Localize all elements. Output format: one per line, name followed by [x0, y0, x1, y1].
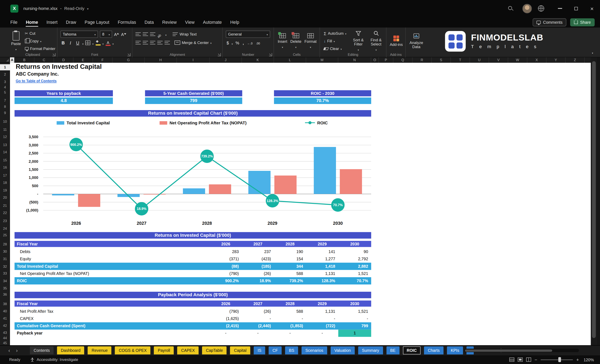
- globe-icon[interactable]: [538, 5, 544, 12]
- font-size-select[interactable]: 8: [100, 31, 112, 38]
- orientation-button[interactable]: [157, 32, 164, 36]
- shrink-font-button[interactable]: [121, 32, 126, 36]
- row-header-24[interactable]: 24: [0, 226, 10, 232]
- cut-button[interactable]: Cut: [24, 30, 56, 37]
- sheet-tab-charts[interactable]: Charts: [424, 346, 443, 354]
- column-header-k[interactable]: K: [242, 57, 274, 63]
- format-cells-button[interactable]: Format: [305, 30, 317, 52]
- sort-filter-button[interactable]: Sort & Filter: [350, 30, 366, 52]
- sheet-tab-capital[interactable]: Capital: [230, 346, 250, 354]
- align-right-button[interactable]: [150, 40, 156, 45]
- sheet-tab-cf[interactable]: CF: [269, 346, 281, 354]
- column-header-s[interactable]: S: [432, 57, 451, 63]
- row-header-2[interactable]: 2: [0, 72, 10, 78]
- row-header-28[interactable]: 28: [0, 241, 10, 247]
- column-header-v[interactable]: V: [489, 57, 508, 63]
- column-header-z[interactable]: Z: [565, 57, 585, 63]
- align-top-button[interactable]: [135, 32, 141, 36]
- row-header-12[interactable]: 12: [0, 134, 10, 140]
- row-header-7[interactable]: 7: [0, 98, 10, 104]
- sheet-tab-cogs-opex[interactable]: COGS & OPEX: [115, 346, 150, 354]
- ribbon-tab-home[interactable]: Home: [22, 17, 42, 27]
- row-header-36[interactable]: 36: [0, 291, 10, 298]
- avatar[interactable]: [522, 4, 532, 13]
- comments-button[interactable]: Comments: [533, 18, 566, 26]
- align-left-button[interactable]: [135, 40, 141, 45]
- row-header-34[interactable]: 34: [0, 278, 10, 284]
- column-header-p[interactable]: P: [379, 57, 393, 63]
- format-painter-button[interactable]: Format Painter: [24, 45, 56, 52]
- bold-button[interactable]: [60, 40, 66, 45]
- row-header-16[interactable]: 16: [0, 164, 10, 171]
- sheet-tab-is[interactable]: IS: [254, 346, 265, 354]
- clear-button[interactable]: Clear: [323, 45, 349, 52]
- horizontal-scrollbar[interactable]: [464, 349, 579, 352]
- column-header-y[interactable]: Y: [546, 57, 566, 63]
- sheet-tab-captable[interactable]: CapTable: [202, 346, 227, 354]
- row-header-15[interactable]: 15: [0, 157, 10, 164]
- align-middle-button[interactable]: [143, 32, 148, 36]
- merge-center-button[interactable]: Merge & Center: [173, 39, 213, 46]
- number-format-select[interactable]: General: [226, 31, 270, 38]
- delete-cells-button[interactable]: Delete: [290, 30, 301, 52]
- align-bottom-button[interactable]: [150, 32, 156, 36]
- view-normal-button[interactable]: [509, 357, 514, 362]
- column-header-r[interactable]: R: [412, 57, 432, 63]
- document-title[interactable]: nursing-home.xlsx - Read-Only: [23, 6, 89, 11]
- fill-color-button[interactable]: [95, 40, 101, 45]
- sheet-tab-summary[interactable]: Summary: [358, 346, 383, 354]
- column-header-c[interactable]: C: [35, 57, 54, 63]
- row-header-5[interactable]: 5: [0, 90, 10, 96]
- row-header-42[interactable]: 42: [0, 323, 10, 329]
- view-page-layout-button[interactable]: [518, 357, 523, 362]
- ribbon-tab-formulas[interactable]: Formulas: [113, 17, 140, 27]
- title-chevron-down-icon[interactable]: [87, 6, 88, 11]
- accounting-format-button[interactable]: [226, 40, 230, 45]
- zoom-slider-thumb[interactable]: [558, 357, 561, 362]
- ribbon-tab-insert[interactable]: Insert: [42, 17, 62, 27]
- column-header-o[interactable]: O: [371, 57, 379, 63]
- font-color-button[interactable]: [105, 40, 110, 45]
- view-page-break-button[interactable]: [526, 357, 531, 362]
- clipboard-dialog-launcher[interactable]: [53, 53, 56, 56]
- row-header-41[interactable]: 41: [0, 315, 10, 322]
- sheet-tab-payroll[interactable]: Payroll: [154, 346, 174, 354]
- increase-indent-button[interactable]: [165, 40, 170, 45]
- sheet-tab-contents[interactable]: Contents: [30, 346, 54, 354]
- grow-font-button[interactable]: [114, 32, 119, 36]
- column-header-a[interactable]: A: [10, 57, 14, 63]
- collapse-ribbon-button[interactable]: [592, 49, 593, 55]
- column-header-w[interactable]: W: [508, 57, 527, 63]
- zoom-percentage[interactable]: 120%: [582, 357, 594, 362]
- column-header-n[interactable]: N: [338, 57, 371, 63]
- decrease-decimal-button[interactable]: [255, 40, 261, 45]
- paste-button[interactable]: Paste: [11, 30, 21, 52]
- row-header-19[interactable]: 19: [0, 187, 10, 194]
- find-select-button[interactable]: Find & Select: [368, 30, 384, 52]
- column-header-f[interactable]: F: [93, 57, 112, 63]
- addins-button[interactable]: Add-ins: [390, 30, 403, 52]
- ribbon-tab-data[interactable]: Data: [141, 17, 158, 27]
- maximize-button[interactable]: [568, 0, 584, 17]
- row-header-22[interactable]: 22: [0, 210, 10, 216]
- row-header-13[interactable]: 13: [0, 142, 10, 148]
- analyze-data-button[interactable]: Analyze Data: [408, 30, 424, 52]
- row-header-21[interactable]: 21: [0, 203, 10, 209]
- column-header-g[interactable]: G: [112, 57, 144, 63]
- column-header-l[interactable]: L: [274, 57, 306, 63]
- minimize-button[interactable]: [552, 0, 568, 17]
- column-header-q[interactable]: Q: [394, 57, 413, 63]
- number-dialog-launcher[interactable]: [269, 53, 272, 56]
- align-center-button[interactable]: [143, 40, 148, 45]
- row-header-35[interactable]: 35: [0, 285, 10, 291]
- column-header-u[interactable]: U: [470, 57, 489, 63]
- sheet-tab-valuation[interactable]: Valuation: [331, 346, 355, 354]
- share-button[interactable]: Share: [570, 18, 595, 26]
- row-header-25[interactable]: 25: [0, 232, 10, 238]
- row-header-40[interactable]: 40: [0, 308, 10, 314]
- select-all-corner[interactable]: [0, 57, 10, 63]
- tabs-scroll-right-button[interactable]: [13, 347, 21, 353]
- comma-style-button[interactable]: [242, 40, 244, 45]
- row-header-10[interactable]: 10: [0, 118, 10, 125]
- font-name-select[interactable]: Tahoma: [60, 31, 98, 38]
